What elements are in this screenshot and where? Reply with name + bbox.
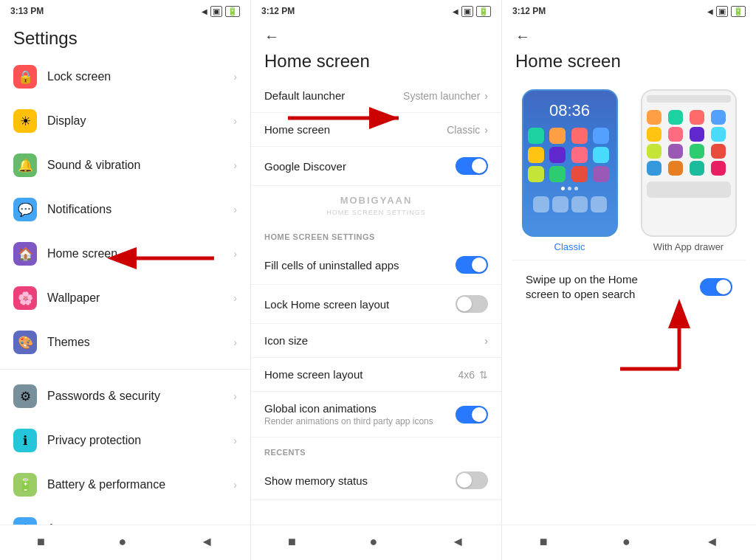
settings-panel-middle: 3:12 PM ◀ ▣ 🔋 ← Home screen Default laun… xyxy=(251,0,502,560)
home-screen-settings-section: HOME SCREEN SETTINGS xyxy=(251,222,501,246)
drawer-app-icon xyxy=(647,127,662,142)
sidebar-item-themes[interactable]: 🎨 Themes › xyxy=(0,320,250,364)
watermark-sub: HOME SCREEN SETTINGS xyxy=(251,209,501,222)
settings-title: Settings xyxy=(0,21,250,55)
sidebar-item-battery-performance[interactable]: 🔋 Battery & performance › xyxy=(0,463,250,507)
back-button-right[interactable]: ← xyxy=(502,21,756,48)
app-icon xyxy=(571,147,588,163)
nav-circle-middle[interactable]: ● xyxy=(370,534,378,550)
drawer-app-icon xyxy=(647,161,662,176)
notifications-label: Notifications xyxy=(47,203,233,216)
drawer-app-icon xyxy=(711,161,726,176)
global-icon-animations-row[interactable]: Global icon animations Render animations… xyxy=(251,392,501,438)
app-icon xyxy=(528,166,544,182)
lock-layout-toggle[interactable] xyxy=(456,295,488,313)
drawer-app-icon xyxy=(668,110,683,125)
wallpaper-icon: 🌸 xyxy=(13,286,37,310)
chevron-icon: › xyxy=(233,390,237,402)
status-icons-left: ◀ ▣ 🔋 xyxy=(202,6,240,17)
fill-cells-row[interactable]: Fill cells of uninstalled apps xyxy=(251,246,501,285)
status-bar-left: 3:13 PM ◀ ▣ 🔋 xyxy=(0,0,250,21)
fill-cells-toggle[interactable] xyxy=(456,256,488,274)
nav-square-right[interactable]: ■ xyxy=(540,534,548,550)
nav-back-right[interactable]: ◄ xyxy=(705,534,718,550)
nav-square-left[interactable]: ■ xyxy=(37,534,45,550)
chevron-icon: › xyxy=(233,115,237,127)
google-discover-toggle[interactable] xyxy=(456,157,488,175)
global-animations-toggle[interactable] xyxy=(456,406,488,424)
notifications-icon: 💬 xyxy=(13,198,37,221)
home-screen-layout-row[interactable]: Home screen layout 4x6 ⇅ xyxy=(251,358,501,392)
home-screen-row[interactable]: Home screen Classic › xyxy=(251,113,501,147)
icon-size-row[interactable]: Icon size › xyxy=(251,324,501,358)
icon-size-label: Icon size xyxy=(264,334,484,347)
app-icon xyxy=(593,166,609,182)
global-animations-label: Global icon animations xyxy=(264,402,456,415)
nav-circle-left[interactable]: ● xyxy=(119,534,127,550)
classic-option-wrap[interactable]: 08:36 xyxy=(515,89,624,252)
chevron-icon: › xyxy=(484,90,488,102)
middle-settings-list: Default launcher System launcher › Home … xyxy=(251,79,501,525)
display-icon: ☀ xyxy=(13,109,37,133)
status-bar-middle: 3:12 PM ◀ ▣ 🔋 xyxy=(251,0,501,21)
classic-phone-mockup: 08:36 xyxy=(522,89,618,237)
lock-layout-label: Lock Home screen layout xyxy=(264,298,456,311)
chevron-icon: › xyxy=(233,292,237,304)
chevron-icon: › xyxy=(233,479,237,491)
drawer-app-icon xyxy=(711,110,726,125)
drawer-app-icon xyxy=(668,144,683,159)
swipe-search-toggle[interactable] xyxy=(700,278,732,296)
default-launcher-row[interactable]: Default launcher System launcher › xyxy=(251,79,501,113)
app-icon xyxy=(571,128,588,144)
app-icon xyxy=(549,147,566,163)
show-memory-status-row[interactable]: Show memory status xyxy=(251,461,501,500)
back-arrow-icon: ← xyxy=(264,28,279,45)
google-discover-row[interactable]: Google Discover xyxy=(251,147,501,186)
sidebar-item-lock-screen[interactable]: 🔒 Lock screen › xyxy=(0,55,250,99)
home-screen-title-middle: Home screen xyxy=(251,48,501,79)
chevron-icon: › xyxy=(233,71,237,83)
wallpaper-label: Wallpaper xyxy=(47,291,233,305)
back-button-middle[interactable]: ← xyxy=(251,21,501,48)
default-launcher-label: Default launcher xyxy=(264,89,403,102)
app-icon xyxy=(593,147,609,163)
google-discover-label: Google Discover xyxy=(264,160,456,173)
chevron-icon: › xyxy=(233,204,237,215)
drawer-app-icon xyxy=(690,110,704,125)
sidebar-item-display[interactable]: ☀ Display › xyxy=(0,99,250,143)
settings-panel-left: 3:13 PM ◀ ▣ 🔋 Settings 🔒 Lock screen › ☀… xyxy=(0,0,251,560)
swipe-search-row[interactable]: Swipe up on the Home screen to open sear… xyxy=(512,260,746,313)
app-drawer-option-wrap[interactable]: With App drawer xyxy=(634,89,743,252)
sidebar-item-sound-vibration[interactable]: 🔔 Sound & vibration › xyxy=(0,143,250,187)
app-icon xyxy=(571,166,588,182)
home-screen-layout-label: Home screen layout xyxy=(264,368,458,381)
sidebar-item-wallpaper[interactable]: 🌸 Wallpaper › xyxy=(0,276,250,320)
show-memory-status-toggle[interactable] xyxy=(456,471,488,489)
fill-cells-label: Fill cells of uninstalled apps xyxy=(264,259,456,272)
phone-clock: 08:36 xyxy=(549,101,590,120)
apps-label: Apps xyxy=(47,522,233,525)
sidebar-item-passwords-security[interactable]: ⚙ Passwords & security › xyxy=(0,374,250,418)
show-memory-status-label: Show memory status xyxy=(264,474,456,487)
home-screen-row-label: Home screen xyxy=(264,123,447,136)
sidebar-item-privacy-protection[interactable]: ℹ Privacy protection › xyxy=(0,418,250,463)
lock-layout-row[interactable]: Lock Home screen layout xyxy=(251,285,501,324)
lock-screen-icon: 🔒 xyxy=(13,65,37,89)
nav-circle-right[interactable]: ● xyxy=(622,534,630,550)
chevron-icon: › xyxy=(233,435,237,446)
divider-1 xyxy=(0,369,250,370)
nav-back-left[interactable]: ◄ xyxy=(200,534,213,550)
sidebar-item-notifications[interactable]: 💬 Notifications › xyxy=(0,187,250,232)
nav-square-middle[interactable]: ■ xyxy=(288,534,296,550)
chevron-icon: › xyxy=(233,336,237,348)
time-middle: 3:12 PM xyxy=(261,6,295,16)
home-screen-row-value: Classic › xyxy=(447,124,488,136)
chevron-icon: › xyxy=(484,124,488,136)
sidebar-item-apps[interactable]: ⚙ Apps › xyxy=(0,507,250,525)
home-screen-icon: 🏠 xyxy=(13,242,37,266)
time-right: 3:12 PM xyxy=(512,6,546,16)
passwords-icon: ⚙ xyxy=(13,384,37,408)
sidebar-item-home-screen[interactable]: 🏠 Home screen › xyxy=(0,232,250,276)
drawer-app-icon xyxy=(647,144,662,159)
nav-back-middle[interactable]: ◄ xyxy=(451,534,464,550)
